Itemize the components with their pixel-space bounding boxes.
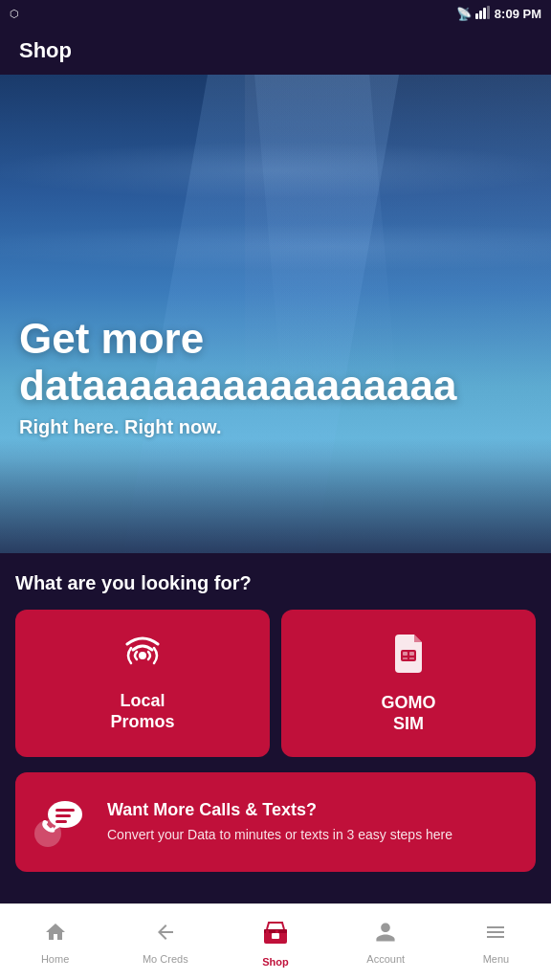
bottom-nav: Home Mo Creds Shop [0, 903, 551, 980]
status-bar: ⬡ 📡 8:09 PM [0, 0, 551, 27]
svg-rect-12 [55, 809, 75, 812]
local-promos-label: LocalPromos [110, 691, 174, 732]
shop-icon [261, 918, 290, 952]
nav-label-menu: Menu [483, 953, 510, 965]
svg-rect-5 [401, 650, 416, 661]
signal-icon [475, 6, 491, 22]
svg-rect-14 [55, 820, 67, 823]
svg-rect-6 [403, 652, 408, 656]
gomo-sim-label: GOMOSIM [382, 693, 436, 734]
home-icon [44, 921, 67, 949]
svg-rect-3 [487, 6, 490, 19]
svg-rect-21 [276, 930, 278, 933]
nav-item-home[interactable]: Home [0, 913, 110, 972]
top-nav: Shop [0, 27, 551, 75]
nav-label-account: Account [366, 953, 405, 965]
svg-rect-17 [272, 933, 279, 939]
hero-headline: Get more dataaaaaaaaaaaaaaaa [19, 316, 532, 409]
promo-description: Convert your Data to minutes or texts in… [107, 826, 520, 845]
svg-rect-22 [280, 930, 283, 933]
nav-label-home: Home [41, 953, 69, 965]
svg-rect-19 [266, 930, 269, 933]
gomo-sim-button[interactable]: GOMOSIM [281, 610, 536, 757]
hero-subtext: Right here. Right now. [19, 416, 532, 438]
nav-item-mo-creds[interactable]: Mo Creds [110, 913, 220, 972]
svg-rect-13 [55, 814, 71, 817]
local-promos-button[interactable]: LocalPromos [15, 610, 270, 757]
account-icon [374, 921, 397, 949]
category-grid: LocalPromos G [15, 610, 536, 757]
svg-rect-9 [409, 657, 414, 659]
svg-rect-2 [483, 8, 486, 19]
svg-rect-7 [409, 652, 414, 656]
hero-section: Get more dataaaaaaaaaaaaaaaa Right here.… [0, 75, 551, 553]
nav-item-menu[interactable]: Menu [441, 913, 551, 972]
cast-icon: 📡 [456, 7, 472, 21]
section-title: What are you looking for? [15, 572, 536, 594]
nav-item-shop[interactable]: Shop [220, 910, 330, 975]
nav-label-mo-creds: Mo Creds [143, 953, 188, 965]
main-content: What are you looking for? [0, 553, 551, 903]
local-promos-icon [120, 635, 165, 681]
promo-text: Want More Calls & Texts? Convert your Da… [107, 800, 520, 845]
nav-item-account[interactable]: Account [331, 913, 441, 972]
svg-rect-8 [403, 657, 408, 659]
promo-icon [31, 791, 92, 853]
promo-title: Want More Calls & Texts? [107, 800, 520, 820]
menu-icon [484, 921, 507, 949]
status-left: ⬡ [10, 8, 19, 20]
svg-rect-1 [479, 11, 482, 19]
hero-text: Get more dataaaaaaaaaaaaaaaa Right here.… [19, 316, 532, 438]
svg-rect-20 [271, 930, 274, 933]
app-icon: ⬡ [10, 8, 19, 20]
status-right: 📡 8:09 PM [456, 6, 541, 22]
time-display: 8:09 PM [495, 7, 541, 21]
svg-point-4 [139, 652, 146, 659]
scroll-area[interactable]: Get more dataaaaaaaaaaaaaaaa Right here.… [0, 75, 551, 903]
svg-rect-0 [475, 13, 478, 19]
page-title: Shop [19, 38, 72, 63]
gomo-sim-icon [387, 633, 430, 683]
mo-creds-icon [154, 921, 177, 949]
promo-banner[interactable]: Want More Calls & Texts? Convert your Da… [15, 772, 536, 872]
nav-label-shop: Shop [262, 956, 289, 968]
svg-point-15 [34, 820, 61, 847]
